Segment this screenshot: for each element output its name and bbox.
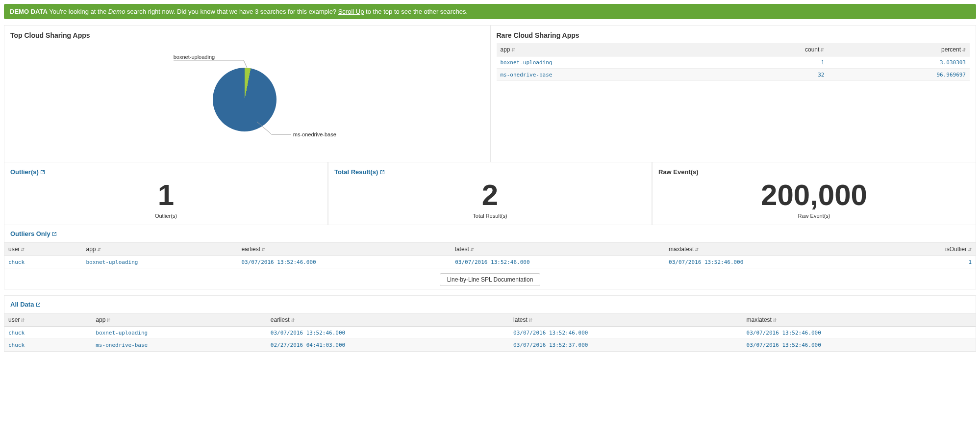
demo-data-banner: DEMO DATA You're looking at the Demo sea… (4, 4, 976, 19)
outliers-only-table: user⇵ app⇵ earliest⇵ latest⇵ maxlatest⇵ … (4, 243, 976, 268)
spl-doc-button[interactable]: Line-by-Line SPL Documentation (440, 273, 541, 286)
sort-icon: ⇵ (106, 317, 110, 323)
cell-latest: 03/07/2016 13:52:37.000 (513, 342, 588, 348)
cell-user[interactable]: chuck (8, 259, 25, 265)
rare-percent: 96.969697 (936, 72, 966, 78)
sort-icon: ⇵ (97, 247, 101, 252)
cell-earliest: 03/07/2016 13:52:46.000 (241, 259, 316, 265)
cell-user[interactable]: chuck (8, 342, 25, 348)
rare-th-count[interactable]: count⇵ (725, 43, 828, 56)
table-row: ms-onedrive-base 32 96.969697 (497, 69, 970, 81)
th-earliest[interactable]: earliest⇵ (237, 243, 451, 256)
rare-cloud-sharing-panel: Rare Cloud Sharing Apps app⇵ count⇵ perc… (490, 25, 977, 162)
rare-th-app[interactable]: app⇵ (497, 43, 725, 56)
sort-icon: ⇵ (695, 247, 699, 252)
th-latest[interactable]: latest⇵ (509, 313, 742, 327)
banner-scroll-link[interactable]: Scroll Up (338, 8, 364, 15)
all-data-header[interactable]: All Data (4, 295, 976, 313)
table-row: chuck boxnet-uploading 03/07/2016 13:52:… (4, 256, 976, 268)
sort-icon: ⇵ (962, 47, 966, 52)
banner-italic: Demo (108, 8, 126, 15)
rare-panel-title: Rare Cloud Sharing Apps (497, 31, 970, 39)
sort-icon: ⇵ (470, 247, 474, 252)
sort-icon: ⇵ (820, 47, 824, 52)
top-cloud-sharing-panel: Top Cloud Sharing Apps boxnet-uploading … (4, 25, 490, 162)
sort-icon: ⇵ (773, 317, 777, 323)
pie-chart: boxnet-uploading ms-onedrive-base (125, 43, 370, 156)
rare-th-percent[interactable]: percent⇵ (828, 43, 970, 56)
rare-table: app⇵ count⇵ percent⇵ boxnet-uploading 1 … (497, 43, 970, 81)
outliers-stat-panel: Outlier(s) 1 Outlier(s) (4, 162, 328, 225)
rare-count: 1 (821, 59, 825, 66)
cell-user[interactable]: chuck (8, 330, 25, 336)
external-link-icon (36, 301, 41, 308)
banner-text-3: to the top to see the other searches. (364, 8, 468, 15)
th-earliest[interactable]: earliest⇵ (267, 313, 509, 327)
raw-stat-title: Raw Event(s) (658, 168, 970, 176)
external-link-icon (380, 168, 385, 176)
external-link-icon (52, 230, 57, 237)
rare-percent: 3.030303 (940, 59, 966, 66)
sort-icon: ⇵ (261, 247, 265, 252)
cell-latest: 03/07/2016 13:52:46.000 (455, 259, 529, 265)
cell-app[interactable]: ms-onedrive-base (96, 342, 148, 348)
cell-latest: 03/07/2016 13:52:46.000 (513, 330, 588, 336)
th-isoutlier[interactable]: isOutlier⇵ (879, 243, 976, 256)
banner-text-1: You're looking at the (49, 8, 108, 15)
raw-sublabel: Raw Event(s) (658, 213, 970, 219)
total-value: 2 (334, 181, 646, 210)
rare-app[interactable]: ms-onedrive-base (501, 72, 553, 78)
raw-value: 200,000 (658, 181, 970, 210)
cell-maxlatest: 03/07/2016 13:52:46.000 (747, 330, 821, 336)
rare-app[interactable]: boxnet-uploading (501, 59, 553, 66)
cell-app[interactable]: boxnet-uploading (86, 259, 138, 265)
banner-prefix: DEMO DATA (10, 8, 48, 15)
sort-icon: ⇵ (21, 247, 25, 252)
rare-count: 32 (818, 72, 824, 78)
external-link-icon (40, 168, 45, 176)
th-app[interactable]: app⇵ (92, 313, 267, 327)
top-panel-title: Top Cloud Sharing Apps (10, 31, 484, 39)
outliers-stat-title[interactable]: Outlier(s) (10, 168, 322, 176)
banner-text-2: search right now. Did you know that we h… (125, 8, 338, 15)
total-sublabel: Total Result(s) (334, 213, 646, 219)
outliers-value: 1 (10, 181, 322, 210)
sort-icon: ⇵ (291, 317, 295, 323)
cell-maxlatest: 03/07/2016 13:52:46.000 (669, 259, 743, 265)
all-data-table: user⇵ app⇵ earliest⇵ latest⇵ maxlatest⇵ … (4, 313, 976, 351)
th-latest[interactable]: latest⇵ (451, 243, 665, 256)
cell-isoutlier: 1 (968, 259, 972, 265)
raw-events-stat-panel: Raw Event(s) 200,000 Raw Event(s) (652, 162, 976, 225)
th-maxlatest[interactable]: maxlatest⇵ (665, 243, 879, 256)
sort-icon: ⇵ (511, 47, 515, 52)
total-stat-title[interactable]: Total Result(s) (334, 168, 646, 176)
sort-icon: ⇵ (968, 247, 972, 252)
pie-label-bottom: ms-onedrive-base (293, 131, 336, 137)
cell-app[interactable]: boxnet-uploading (96, 330, 148, 336)
cell-earliest: 02/27/2016 04:41:03.000 (271, 342, 345, 348)
sort-icon: ⇵ (528, 317, 532, 323)
table-row: chuck ms-onedrive-base 02/27/2016 04:41:… (4, 339, 976, 351)
table-row: chuck boxnet-uploading 03/07/2016 13:52:… (4, 327, 976, 339)
sort-icon: ⇵ (21, 317, 25, 323)
outliers-sublabel: Outlier(s) (10, 213, 322, 219)
th-app[interactable]: app⇵ (82, 243, 237, 256)
pie-label-top: boxnet-uploading (174, 54, 215, 60)
outliers-only-header[interactable]: Outliers Only (4, 225, 976, 243)
table-row: boxnet-uploading 1 3.030303 (497, 56, 970, 69)
th-maxlatest[interactable]: maxlatest⇵ (743, 313, 976, 327)
th-user[interactable]: user⇵ (4, 313, 92, 327)
cell-earliest: 03/07/2016 13:52:46.000 (271, 330, 345, 336)
total-results-stat-panel: Total Result(s) 2 Total Result(s) (328, 162, 652, 225)
th-user[interactable]: user⇵ (4, 243, 82, 256)
cell-maxlatest: 03/07/2016 13:52:46.000 (747, 342, 821, 348)
